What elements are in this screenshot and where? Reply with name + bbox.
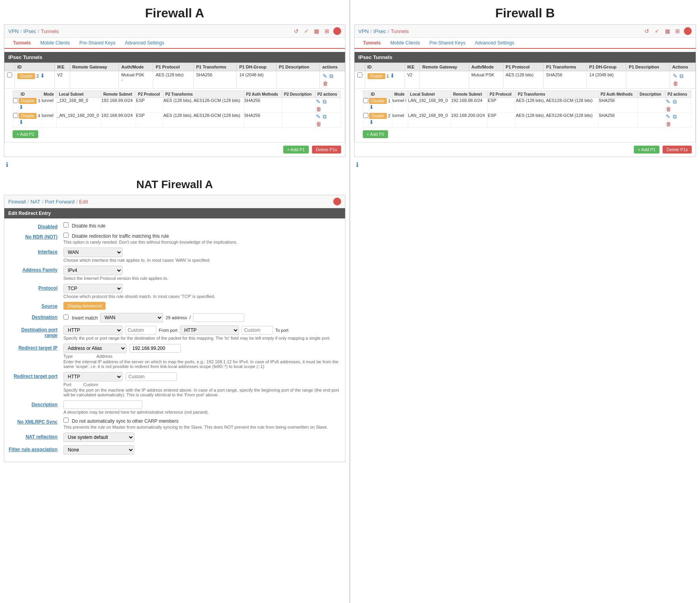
p2-row1-copy-a[interactable]: ⧉ [323, 98, 327, 105]
tab-tunnels-a[interactable]: Tunnels [8, 38, 35, 49]
nat-disabled-check[interactable] [63, 222, 69, 228]
check-icon-b[interactable]: ✓ [653, 27, 661, 35]
nat-xmlrpc-label[interactable]: No XMLRPC Sync [8, 418, 63, 425]
nat-help-icon[interactable]: ? [333, 198, 341, 205]
add-p1-btn-a[interactable]: + Add P1 [283, 146, 309, 154]
nat-redirect-port-select[interactable]: HTTP [63, 372, 123, 381]
nat-to-port-select[interactable]: HTTP [180, 326, 239, 335]
tab-preshared-keys-b[interactable]: Pre-Shared Keys [425, 38, 470, 48]
nat-redirect-ip-address[interactable] [130, 344, 181, 353]
p2-row2-copy-a[interactable]: ⧉ [323, 113, 327, 120]
nat-from-port-custom[interactable] [125, 326, 156, 335]
tab-advanced-settings-b[interactable]: Advanced Settings [470, 38, 519, 48]
p2b-row2-edit[interactable]: ✎ [666, 113, 670, 120]
p2b-row1-delete[interactable]: 🗑 [666, 106, 671, 112]
nat-desc-label[interactable]: Description [8, 400, 63, 407]
bar-icon[interactable]: ▦ [313, 27, 321, 35]
p1-disable-btn-a[interactable]: Disable [17, 73, 35, 79]
p1-delete-icon-a[interactable]: 🗑 [323, 80, 328, 87]
p2-row2-check-b[interactable] [363, 113, 368, 118]
tab-advanced-settings-a[interactable]: Advanced Settings [120, 38, 169, 48]
bc-ipsec-b[interactable]: IPsec [373, 28, 386, 34]
bc-vpn-b[interactable]: VPN [358, 28, 369, 34]
tab-mobile-clients-a[interactable]: Mobile Clients [35, 38, 74, 48]
breadcrumb-vpn[interactable]: VPN [8, 28, 19, 34]
p2b-row1-dl[interactable]: ⬇ [369, 104, 374, 110]
nat-protocol-label[interactable]: Protocol [8, 284, 63, 291]
p2-row1-disable-a[interactable]: Disable [19, 98, 37, 104]
p2-row2-dl-a[interactable]: ⬇ [19, 119, 24, 125]
nat-redirect-port-custom[interactable] [126, 372, 177, 381]
nat-nordr-label[interactable]: No RDR (NOT) [8, 233, 63, 240]
refresh-icon-b[interactable]: ↺ [643, 27, 651, 35]
add-p2-btn-a[interactable]: + Add P2 [13, 130, 38, 138]
nat-redirect-ip-type[interactable]: Address or Alias [63, 344, 126, 353]
nat-dport-label[interactable]: Destination port range [8, 326, 63, 338]
tab-mobile-clients-b[interactable]: Mobile Clients [386, 38, 425, 48]
p1-copy-icon-b[interactable]: ⧉ [680, 73, 683, 80]
p2b-row2-disable[interactable]: Disable [369, 113, 387, 119]
p2-row1-dl-a[interactable]: ⬇ [19, 104, 24, 110]
refresh-icon[interactable]: ↺ [292, 27, 300, 35]
p2-row2-disable-a[interactable]: Disable [19, 113, 37, 119]
nat-xmlrpc-check[interactable] [63, 418, 69, 423]
add-p1-btn-b[interactable]: + Add P1 [634, 146, 659, 154]
nat-reflection-label[interactable]: NAT reflection [8, 433, 63, 440]
nat-redirect-ip-label[interactable]: Redirect target IP [8, 344, 63, 351]
check-icon[interactable]: ✓ [303, 27, 310, 35]
help-icon-b[interactable]: ? [684, 27, 692, 35]
nat-af-select[interactable]: IPv4 [63, 266, 123, 275]
p1-disable-btn-b[interactable]: Disable [368, 73, 385, 79]
nat-dest-invert[interactable] [63, 314, 69, 320]
p2-row1-edit-a[interactable]: ✎ [316, 98, 321, 105]
p2b-row1-disable[interactable]: Disable [369, 98, 387, 104]
p2-row2-check-a[interactable] [13, 113, 18, 118]
p1-dl-icon-b[interactable]: ⬇ [390, 72, 395, 79]
p2b-row2-dl[interactable]: ⬇ [369, 119, 374, 125]
p2b-row2-delete[interactable]: 🗑 [666, 121, 671, 127]
p1-copy-icon-a[interactable]: ⧉ [329, 73, 333, 80]
bar-icon-b[interactable]: ▦ [663, 27, 671, 35]
p2-row1-check-b[interactable] [363, 98, 368, 103]
tab-preshared-keys-a[interactable]: Pre-Shared Keys [75, 38, 120, 48]
p1-checkbox-a[interactable] [7, 72, 12, 78]
p1-delete-icon-b[interactable]: 🗑 [673, 80, 678, 87]
grid-icon[interactable]: ⊞ [323, 27, 331, 35]
p2-row1-delete-a[interactable]: 🗑 [316, 106, 321, 112]
help-icon[interactable]: ? [333, 27, 341, 35]
nat-dest-mask[interactable] [193, 313, 244, 322]
nat-bc-nat[interactable]: NAT [30, 199, 40, 205]
nat-filter-label[interactable]: Filter rule association [8, 445, 63, 452]
nat-bc-portforward[interactable]: Port Forward [45, 199, 74, 205]
nat-to-port-custom[interactable] [241, 326, 273, 335]
delete-p1s-btn-a[interactable]: Delete P1s [312, 146, 341, 154]
nat-af-label[interactable]: Address Family [8, 266, 63, 273]
p1-checkbox-b[interactable] [357, 72, 362, 78]
grid-icon-b[interactable]: ⊞ [674, 27, 681, 35]
p2-row1-check-a[interactable] [13, 98, 18, 103]
nat-protocol-select[interactable]: TCP [63, 284, 123, 293]
nat-dest-type-select[interactable]: WAN [100, 313, 163, 322]
nat-bc-firewall[interactable]: Firewall [8, 199, 26, 205]
nat-source-display-btn[interactable]: Display Advanced [63, 302, 106, 310]
add-p2-btn-b[interactable]: + Add P2 [363, 130, 388, 138]
p2-row2-edit-a[interactable]: ✎ [316, 113, 321, 120]
nat-dest-label[interactable]: Destination [8, 313, 63, 320]
p2-row2-delete-a[interactable]: 🗑 [316, 121, 321, 127]
nat-interface-select[interactable]: WAN [63, 248, 123, 257]
tab-tunnels-b[interactable]: Tunnels [358, 38, 386, 49]
nat-interface-label[interactable]: Interface [8, 248, 63, 255]
nat-redirect-port-label[interactable]: Redirect target port [8, 372, 63, 379]
nat-disabled-label[interactable]: Disabled [8, 222, 63, 229]
p2b-row1-copy[interactable]: ⧉ [673, 98, 677, 105]
breadcrumb-ipsec[interactable]: IPsec [23, 28, 36, 34]
dl-icon-a[interactable]: ⬇ [40, 72, 45, 79]
p2b-row2-copy[interactable]: ⧉ [673, 113, 677, 120]
nat-reflection-select[interactable]: Use system default [63, 433, 134, 442]
p1-edit-icon-b[interactable]: ✎ [673, 73, 678, 79]
p2b-row1-edit[interactable]: ✎ [666, 98, 670, 105]
nat-from-port-select[interactable]: HTTP [63, 326, 123, 335]
p1-edit-icon-a[interactable]: ✎ [323, 73, 327, 79]
nat-nordr-check[interactable] [63, 233, 69, 238]
nat-source-label[interactable]: Source [8, 302, 63, 309]
